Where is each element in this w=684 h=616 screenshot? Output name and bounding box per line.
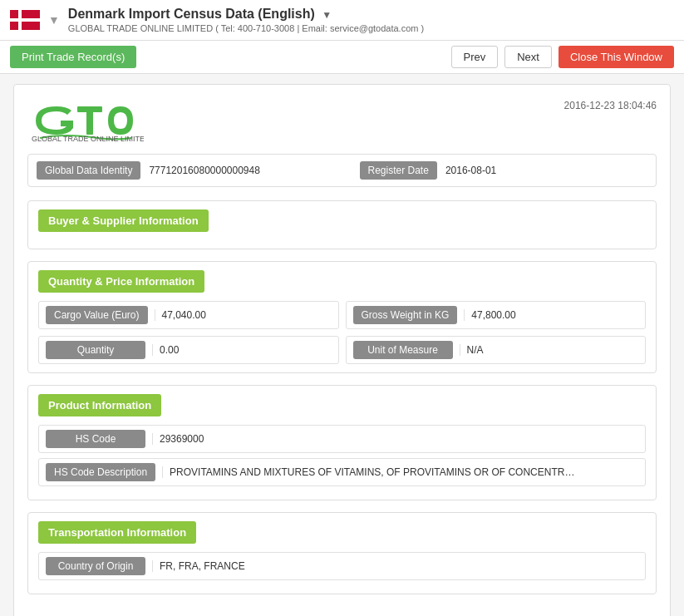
page-title-text: Denmark Import Census Data (English) — [68, 7, 315, 21]
unit-of-measure-row: Unit of Measure N/A — [346, 336, 647, 364]
quantity-row: Quantity 0.00 — [38, 336, 339, 364]
header-title-block: Denmark Import Census Data (English) ▼ G… — [68, 7, 674, 33]
hs-code-value: 29369000 — [152, 433, 568, 445]
product-header: Product Information — [38, 394, 161, 416]
logo-area: GLOBAL TRADE ONLINE LIMITED — [27, 96, 144, 142]
cargo-value-label: Cargo Value (Euro) — [46, 306, 148, 324]
product-section: Product Information HS Code 29369000 HS … — [27, 385, 657, 500]
record-card: GLOBAL TRADE ONLINE LIMITED 2016-12-23 1… — [13, 84, 671, 616]
logo-row: GLOBAL TRADE ONLINE LIMITED 2016-12-23 1… — [27, 96, 657, 142]
header-bar: ▼ Denmark Import Census Data (English) ▼… — [0, 0, 684, 41]
unit-of-measure-label: Unit of Measure — [353, 341, 453, 359]
flag-icon — [10, 10, 40, 30]
global-data-identity-label: Global Data Identity — [37, 161, 140, 180]
title-arrow: ▼ — [322, 9, 332, 21]
quantity-price-header: Quantity & Price Information — [38, 270, 204, 293]
transportation-header: Transportation Information — [38, 521, 196, 544]
quantity-price-fields: Cargo Value (Euro) 47,040.00 Gross Weigh… — [38, 301, 646, 364]
header-subtitle: GLOBAL TRADE ONLINE LIMITED ( Tel: 400-7… — [68, 23, 674, 33]
quantity-price-section: Quantity & Price Information Cargo Value… — [27, 261, 657, 373]
print-button[interactable]: Print Trade Record(s) — [10, 46, 136, 68]
svg-rect-4 — [86, 106, 93, 135]
country-of-origin-label: Country of Origin — [46, 557, 145, 575]
register-date-label: Register Date — [360, 161, 437, 180]
gross-weight-row: Gross Weight in KG 47,800.00 — [346, 301, 647, 329]
timestamp: 2016-12-23 18:04:46 — [564, 100, 657, 111]
main-content: GLOBAL TRADE ONLINE LIMITED 2016-12-23 1… — [0, 74, 684, 616]
global-data-identity-value: 77712016080000000948 — [149, 165, 351, 176]
hs-code-label: HS Code — [46, 430, 145, 448]
buyer-supplier-section: Buyer & Supplier Information — [27, 200, 657, 249]
page-title: Denmark Import Census Data (English) ▼ — [68, 7, 674, 22]
company-logo: GLOBAL TRADE ONLINE LIMITED — [27, 96, 144, 142]
hs-code-description-label: HS Code Description — [46, 463, 155, 481]
gross-weight-label: Gross Weight in KG — [353, 306, 458, 324]
hs-code-description-value: PROVITAMINS AND MIXTURES OF VITAMINS, OF… — [162, 466, 578, 478]
prev-button[interactable]: Prev — [451, 46, 499, 68]
country-of-origin-row: Country of Origin FR, FRA, FRANCE — [38, 552, 646, 580]
register-date-value: 2016-08-01 — [445, 165, 647, 176]
dropdown-arrow[interactable]: ▼ — [48, 13, 60, 27]
close-button[interactable]: Close This Window — [559, 46, 674, 68]
next-button[interactable]: Next — [504, 46, 552, 68]
quantity-label: Quantity — [46, 341, 145, 359]
gross-weight-value: 47,800.00 — [464, 309, 638, 321]
country-of-origin-value: FR, FRA, FRANCE — [152, 560, 568, 572]
hs-code-row: HS Code 29369000 — [38, 425, 646, 453]
svg-rect-2 — [10, 18, 40, 22]
cargo-value-row: Cargo Value (Euro) 47,040.00 — [38, 301, 339, 329]
transportation-section: Transportation Information Country of Or… — [27, 512, 657, 594]
quantity-value: 0.00 — [152, 344, 332, 356]
cargo-value-value: 47,040.00 — [155, 309, 332, 321]
hs-code-description-row: HS Code Description PROVITAMINS AND MIXT… — [38, 458, 646, 486]
svg-text:GLOBAL TRADE ONLINE LIMITED: GLOBAL TRADE ONLINE LIMITED — [32, 135, 144, 142]
identity-row: Global Data Identity 7771201608000000094… — [27, 154, 657, 187]
buyer-supplier-header: Buyer & Supplier Information — [38, 209, 209, 232]
unit-of-measure-value: N/A — [460, 344, 639, 356]
toolbar: Print Trade Record(s) Prev Next Close Th… — [0, 41, 684, 74]
